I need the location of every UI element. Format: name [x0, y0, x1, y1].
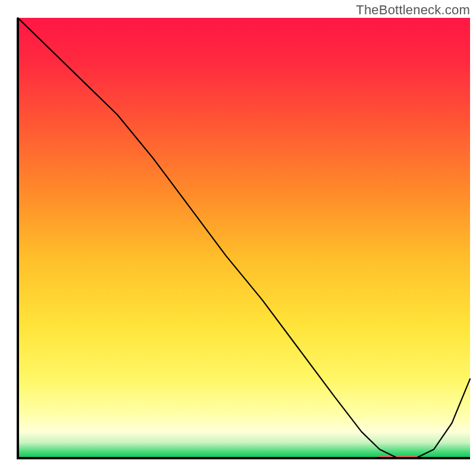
chart-svg — [0, 0, 476, 476]
chart-container: TheBottleneck.com — [0, 0, 476, 476]
watermark-label: TheBottleneck.com — [356, 2, 470, 18]
